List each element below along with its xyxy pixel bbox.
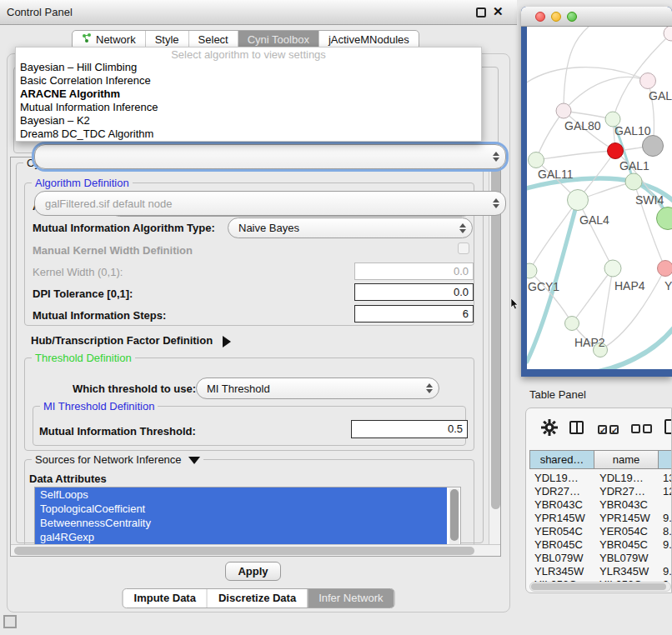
network-node[interactable] [658,261,672,277]
minimized-panel-icon[interactable] [3,615,17,628]
table-cell: YBR045C [594,538,659,552]
algorithm-option[interactable]: Dream8 DC_TDC Algorithm [16,128,481,141]
network-node[interactable] [625,173,642,190]
sources-toggle[interactable]: Sources for Network Inference [32,453,203,466]
gear-icon[interactable] [541,419,558,438]
data-attributes-list[interactable]: SelfLoopsTopologicalCoefficientBetweenne… [34,487,461,545]
float-panel-icon[interactable] [476,8,486,18]
mi-algorithm-type-select[interactable]: Naive Bayes [228,218,473,238]
network-edge[interactable] [536,111,564,160]
group-title: Threshold Definition [32,352,135,364]
kernel-width-label: Kernel Width (0,1): [33,266,123,278]
list-scrollbar[interactable] [449,488,459,544]
node-label: HAP4 [614,279,645,292]
network-node[interactable] [556,103,571,118]
kernel-width-input[interactable]: 0.0 [354,262,474,280]
table-cell: YLR345W [594,565,659,578]
minimize-traffic-light-icon[interactable] [551,12,561,22]
network-node[interactable] [529,152,544,168]
horizontal-scrollbar[interactable] [11,544,501,556]
network-node[interactable] [604,260,621,277]
split-columns-icon[interactable] [569,421,584,434]
algorithm-option[interactable]: Basic Correlation Inference [16,74,481,88]
tab-impute-data[interactable]: Impute Data [123,589,207,608]
settings-scrollpane: Cyni Algorithm Settings Algorithm Defini… [10,157,501,557]
control-panel-titlebar: Control Panel ✕ [0,0,517,25]
mouse-cursor [510,298,519,312]
network-edge[interactable] [564,78,648,111]
table-row[interactable]: YDR27…YDR27…12 [529,485,672,498]
column-header[interactable]: shared… [529,450,594,469]
network-node[interactable] [664,27,672,41]
network-edge[interactable] [536,151,615,160]
algorithm-option[interactable]: ARACNE Algorithm [16,88,481,101]
zoom-traffic-light-icon[interactable] [567,12,577,22]
table-row[interactable]: YLR345WYLR345W9. [529,565,672,578]
network-table-select[interactable]: galFiltered.sif default node [34,191,506,216]
node-label: GAL11 [538,168,574,181]
network-edge[interactable] [578,200,613,268]
network-node[interactable] [565,317,579,331]
table-row[interactable]: YBR045CYBR045C9. [529,538,672,552]
network-edge[interactable] [572,268,613,323]
algorithm-option[interactable]: Bayesian – K2 [16,114,481,128]
network-node[interactable] [568,190,589,211]
table-row[interactable]: YBL079WYBL079W [529,552,672,565]
close-icon[interactable]: ✕ [493,4,504,19]
table-cell: YPR145W [529,512,594,525]
column-header[interactable] [659,450,672,469]
table-cell [659,498,672,512]
scrollbar-thumb[interactable] [531,583,666,590]
scrollbar-thumb[interactable] [450,489,459,541]
tab-discretize-data[interactable]: Discretize Data [207,589,307,608]
which-threshold-select[interactable]: MI Threshold [196,378,439,399]
mi-steps-input[interactable]: 6 [354,305,474,322]
attribute-item[interactable]: BetweennessCentrality [35,516,447,530]
table-row[interactable]: YDL19…YDL19…13 [529,472,672,485]
panel-title: Control Panel [7,6,73,18]
network-node[interactable] [608,143,624,159]
table-row[interactable]: YBR043CYBR043C [529,498,672,512]
attribute-item[interactable]: SelfLoops [35,488,447,502]
scrollbar-thumb[interactable] [14,547,474,555]
control-panel: Control Panel ✕ NetworkStyleSelectCyni T… [0,0,517,613]
algorithm-select[interactable] [34,144,506,169]
table-cell: 9. [659,538,672,552]
mi-algorithm-type-label: Mutual Information Algorithm Type: [33,222,215,234]
table-row[interactable]: YPR145WYPR145W9. [529,512,672,525]
network-node[interactable] [527,263,537,278]
table-horizontal-scrollbar[interactable] [529,582,671,592]
select-all-columns-icon[interactable]: ✓✓ [598,423,621,436]
network-node[interactable] [643,136,664,157]
node-label: GCY1 [528,280,559,293]
algorithm-option[interactable]: Mutual Information Inference [16,101,481,114]
manual-kernel-checkbox[interactable] [458,242,469,254]
expand-right-icon[interactable] [223,336,231,348]
dpi-tolerance-input[interactable]: 0.0 [354,283,474,301]
close-traffic-light-icon[interactable] [535,12,545,22]
attribute-item[interactable]: gal4RGexp [35,530,447,544]
algorithm-option[interactable]: Bayesian – Hill Climbing [16,61,481,74]
table-panel-title: Table Panel [529,388,586,401]
network-node[interactable] [640,73,656,89]
collapse-down-icon[interactable] [188,457,200,464]
table-row[interactable]: YER054CYER054C8. [529,525,672,538]
table-cell: YDR27… [594,485,659,498]
network-node[interactable] [657,208,672,230]
algorithm-popup-placeholder: Select algorithm to view settings [16,48,481,61]
hub-definition-toggle[interactable]: Hub/Transcription Factor Definition [31,334,231,348]
tab-infer-network[interactable]: Infer Network [307,589,394,608]
new-table-icon[interactable] [664,419,672,434]
data-attributes-label: Data Attributes [29,472,107,485]
stepper-arrows-icon [487,152,505,162]
table-cell: 8. [659,525,672,538]
network-canvas[interactable]: GALGAL80GAL10GAL11GAL1SWI4GAL4GCY1HAP4YH… [527,27,672,369]
mi-threshold-input[interactable]: 0.5 [351,420,468,438]
column-header[interactable]: name [594,450,659,469]
table-cell: YBR045C [529,538,594,552]
apply-button[interactable]: Apply [225,562,281,581]
attribute-item[interactable]: TopologicalCoefficient [35,502,447,516]
deselect-all-columns-icon[interactable] [631,423,654,436]
network-edge[interactable] [529,200,578,271]
network-window-titlebar [521,7,672,27]
